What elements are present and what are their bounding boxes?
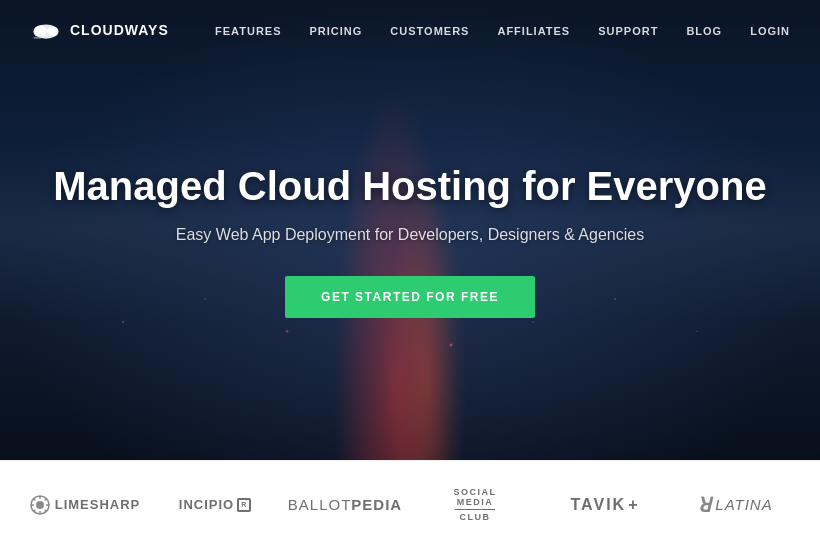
nav-item-affiliates[interactable]: AFFILIATES: [497, 21, 570, 39]
hero-subtitle: Easy Web App Deployment for Developers, …: [176, 226, 644, 244]
social-media-text: SOCIAL: [453, 487, 496, 497]
limesharp-text: LIMESHARP: [55, 497, 141, 512]
cloudways-icon: [30, 19, 62, 41]
logo-ballotpedia: BALLOTPEDIA: [280, 496, 410, 513]
svg-point-2: [47, 27, 58, 36]
svg-line-14: [33, 509, 35, 511]
svg-line-13: [44, 498, 46, 500]
svg-line-11: [33, 498, 35, 500]
nav-item-support[interactable]: SUPPORT: [598, 21, 658, 39]
nav-item-customers[interactable]: CUSTOMERS: [390, 21, 469, 39]
svg-point-6: [36, 501, 44, 509]
logo-tavik: TAVIK+: [540, 496, 670, 514]
tavik-text: TAVIK: [571, 496, 627, 514]
tavik-plus-icon: +: [628, 496, 639, 514]
svg-rect-4: [33, 37, 41, 39]
incipio-box-icon: R: [237, 498, 251, 512]
logo-incipio: INCIPIO R: [150, 497, 280, 512]
nav-item-login[interactable]: LOGIN: [750, 21, 790, 39]
media-text: MEDIA: [457, 497, 494, 507]
logos-bar: LIMESHARP INCIPIO R BALLOTPEDIA SOCIAL M…: [0, 460, 820, 548]
ballot-text: BALLOT: [288, 496, 352, 513]
latina-l-icon: ꓤ: [697, 493, 712, 517]
incipio-text: INCIPIO: [179, 497, 234, 512]
svg-rect-3: [35, 35, 46, 37]
logo-latina: ꓤ Latina: [670, 493, 800, 517]
pedia-text: PEDIA: [351, 496, 402, 513]
nav-item-pricing[interactable]: PRICING: [310, 21, 363, 39]
nav-menu: FEATURES PRICING CUSTOMERS AFFILIATES SU…: [215, 21, 790, 39]
nav-item-features[interactable]: FEATURES: [215, 21, 281, 39]
hero-content: Managed Cloud Hosting for Everyone Easy …: [0, 60, 820, 420]
svg-point-1: [34, 25, 47, 36]
get-started-button[interactable]: GET STARTED FOR FREE: [285, 276, 535, 318]
limesharp-icon: [30, 495, 50, 515]
navbar: CLOUDWAYS FEATURES PRICING CUSTOMERS AFF…: [0, 0, 820, 60]
hero-section: CLOUDWAYS FEATURES PRICING CUSTOMERS AFF…: [0, 0, 820, 460]
logo-limesharp: LIMESHARP: [20, 495, 150, 515]
svg-line-12: [44, 509, 46, 511]
club-text: CLUB: [459, 512, 490, 522]
hero-title: Managed Cloud Hosting for Everyone: [53, 162, 766, 210]
social-divider: [455, 509, 495, 510]
brand-name: CLOUDWAYS: [70, 22, 169, 38]
nav-item-blog[interactable]: BLOG: [686, 21, 722, 39]
logo-social-media-club: SOCIAL MEDIA CLUB: [410, 487, 540, 522]
latina-text: Latina: [715, 496, 772, 513]
brand-logo[interactable]: CLOUDWAYS: [30, 19, 169, 41]
